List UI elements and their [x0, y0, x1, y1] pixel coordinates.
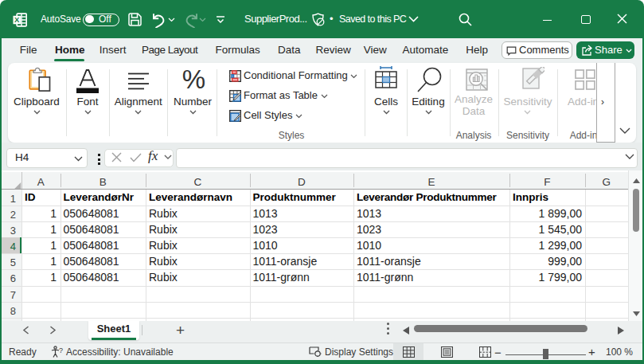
svg-text:%: % — [182, 68, 205, 92]
svg-text:?: ? — [59, 346, 63, 354]
svg-text:X: X — [14, 15, 20, 24]
